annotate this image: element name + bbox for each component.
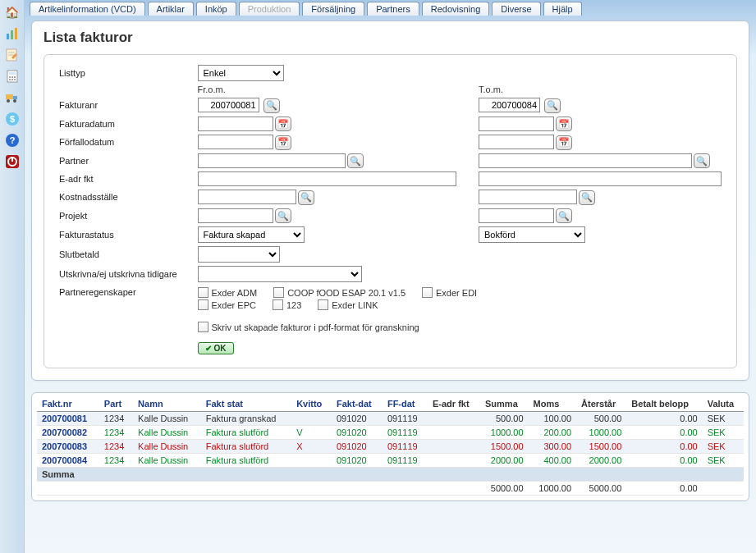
projekt-to-input[interactable]	[479, 208, 554, 223]
calendar-icon[interactable]: 📅	[275, 117, 291, 131]
fakturanr-to-input[interactable]	[479, 98, 540, 112]
tabbar: Artikelinformation (VCD)ArtiklarInköpPro…	[25, 0, 756, 16]
listtyp-select[interactable]: Enkel	[198, 65, 284, 81]
projekt-from-input[interactable]	[198, 208, 273, 223]
search-icon[interactable]: 🔍	[694, 153, 710, 168]
svg-point-13	[14, 79, 16, 80]
partner-from-input[interactable]	[198, 153, 346, 168]
pdf-checkbox[interactable]: Skriv ut skapade fakturor i pdf-format f…	[198, 322, 419, 332]
label-forfallodatum: Förfallodatum	[56, 133, 195, 152]
svg-point-11	[9, 79, 11, 80]
chart-icon[interactable]	[3, 25, 21, 43]
checkbox-coop-food-esap-20-1-v1-5[interactable]: COOP fOOD ESAP 20.1 v1.5	[273, 287, 405, 298]
invoice-link[interactable]: 200700082	[42, 427, 87, 437]
pdf-checkbox-label: Skriv ut skapade fakturor i pdf-format f…	[212, 322, 419, 332]
kostnad-from-input[interactable]	[198, 190, 296, 204]
col-summa: Summa	[480, 396, 529, 412]
checkbox-label: Exder EDI	[436, 288, 477, 298]
svg-point-10	[14, 76, 16, 78]
filter-form: Listtyp Enkel Fr.o.m. T.o.m. Fakturanr	[44, 54, 737, 368]
truck-icon[interactable]	[3, 89, 21, 107]
checkbox-exder-adm[interactable]: Exder ADM	[198, 287, 258, 298]
checkbox-exder-link[interactable]: Exder LINK	[318, 299, 378, 310]
calendar-icon[interactable]: 📅	[556, 117, 572, 131]
tab-diverse[interactable]: Diverse	[492, 2, 540, 16]
utskrivna-select[interactable]	[198, 266, 362, 282]
checkbox-exder-edi[interactable]: Exder EDI	[422, 287, 477, 298]
fakturastatus-from-select[interactable]: Faktura skapad	[198, 226, 305, 243]
svg-text:$: $	[9, 114, 14, 124]
col-namn[interactable]: Namn	[133, 396, 201, 412]
invoice-link[interactable]: 200700084	[42, 455, 87, 465]
kostnad-to-input[interactable]	[479, 190, 577, 204]
col-fakt-stat[interactable]: Fakt stat	[201, 396, 291, 412]
eadr-to-input[interactable]	[479, 171, 722, 186]
sum-row: 5000.001000.005000.000.00	[37, 482, 744, 496]
checkbox-label: Exder ADM	[212, 288, 258, 298]
search-icon[interactable]: 🔍	[579, 190, 595, 205]
ok-button[interactable]: ✔OK	[198, 342, 234, 354]
slutbetald-select[interactable]	[198, 246, 280, 263]
svg-rect-0	[7, 34, 9, 39]
search-icon[interactable]: 🔍	[556, 208, 572, 223]
ok-button-label: OK	[214, 344, 227, 353]
label-eadr: E-adr fkt	[56, 170, 195, 188]
col-ff-dat[interactable]: FF-dat	[383, 396, 428, 412]
tab-produktion: Produktion	[239, 2, 300, 16]
col-fakt-nr[interactable]: Fakt.nr	[37, 396, 99, 412]
label-tom: T.o.m.	[475, 83, 725, 96]
label-fakturadatum: Fakturadatum	[56, 115, 195, 134]
invoice-link[interactable]: 200700083	[42, 441, 87, 451]
page-title: Lista fakturor	[44, 30, 737, 46]
forfallodatum-from-input[interactable]	[198, 135, 273, 149]
calc-icon[interactable]	[3, 67, 21, 85]
search-icon[interactable]: 🔍	[544, 98, 561, 113]
tab-ink-p[interactable]: Inköp	[196, 2, 236, 16]
search-icon[interactable]: 🔍	[298, 190, 314, 205]
power-icon[interactable]	[3, 153, 21, 171]
checkbox-123[interactable]: 123	[273, 299, 301, 310]
tab-artiklar[interactable]: Artiklar	[148, 2, 194, 16]
fakturadatum-to-input[interactable]	[479, 117, 554, 131]
partner-to-input[interactable]	[479, 153, 692, 168]
home-icon[interactable]: 🏠	[3, 3, 21, 21]
search-icon[interactable]: 🔍	[347, 153, 364, 168]
col-fakt-dat[interactable]: Fakt-dat	[332, 396, 383, 412]
checkbox-exder-epc[interactable]: Exder EPC	[198, 299, 256, 310]
checkbox-label: Exder EPC	[212, 300, 256, 310]
checkbox-label: COOP fOOD ESAP 20.1 v1.5	[287, 288, 405, 298]
help-icon[interactable]: ?	[3, 131, 21, 149]
sidebar: 🏠 $ ?	[0, 0, 25, 553]
label-from: Fr.o.m.	[195, 83, 318, 96]
svg-point-12	[11, 79, 13, 80]
eadr-from-input[interactable]	[198, 171, 456, 186]
svg-text:?: ?	[9, 135, 15, 145]
tab-hj-lp[interactable]: Hjälp	[543, 2, 582, 16]
forfallodatum-to-input[interactable]	[479, 135, 554, 149]
search-icon[interactable]: 🔍	[275, 208, 291, 223]
label-fakturanr: Fakturanr	[56, 96, 195, 115]
label-partner: Partner	[56, 152, 195, 171]
svg-rect-14	[6, 94, 13, 99]
col--terst-r: Återstår	[576, 396, 626, 412]
col-kvitto[interactable]: Kvitto	[291, 396, 332, 412]
tab-partners[interactable]: Partners	[367, 2, 419, 16]
col-part[interactable]: Part	[99, 396, 133, 412]
calendar-icon[interactable]: 📅	[556, 135, 572, 150]
svg-rect-7	[9, 72, 16, 75]
svg-point-17	[13, 99, 16, 103]
search-icon[interactable]: 🔍	[263, 98, 280, 113]
money-icon[interactable]: $	[3, 110, 21, 128]
fakturastatus-to-select[interactable]: Bokförd	[479, 226, 585, 243]
invoice-link[interactable]: 200700081	[42, 414, 87, 423]
fakturanr-from-input[interactable]	[198, 98, 259, 112]
results-table-panel: Fakt.nrPartNamnFakt statKvittoFakt-datFF…	[31, 392, 749, 501]
tab-artikelinformation-vcd-[interactable]: Artikelinformation (VCD)	[30, 2, 145, 16]
tab-f-rs-ljning[interactable]: Försäljning	[302, 2, 364, 16]
label-listtyp: Listtyp	[56, 63, 195, 83]
label-fakturastatus: Fakturastatus	[56, 225, 195, 245]
tab-redovisning[interactable]: Redovisning	[422, 2, 490, 16]
note-icon[interactable]	[3, 46, 21, 64]
fakturadatum-from-input[interactable]	[198, 117, 273, 131]
calendar-icon[interactable]: 📅	[275, 135, 291, 150]
